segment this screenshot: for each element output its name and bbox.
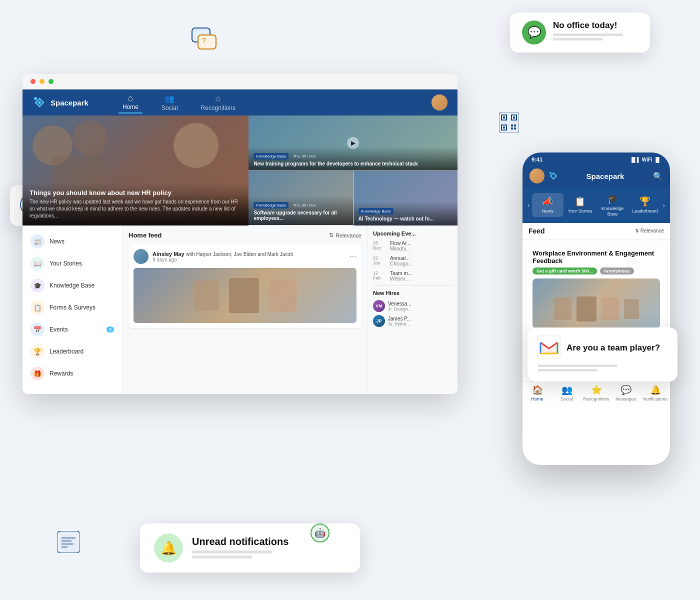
nav-tab-recognitions-label: Recognitions — [201, 104, 236, 112]
hero-card-2[interactable]: Knowledge Base Thu, 9th Nov Software upg… — [248, 171, 353, 226]
nav-tab-home[interactable]: ⌂ Home — [118, 92, 142, 114]
deco-chat-icon: ? — [190, 26, 218, 56]
browser-close-dot[interactable] — [30, 79, 36, 84]
sidebar-item-leaderboard[interactable]: 🏆 Leaderboard — [22, 340, 122, 362]
home-icon: ⌂ — [128, 94, 133, 102]
svg-rect-1 — [198, 35, 216, 49]
sidebar-leaderboard-label: Leaderboard — [50, 348, 84, 355]
deco-code-icon — [58, 531, 80, 555]
hire-2-info: James P... Sr. Pytho... — [388, 316, 411, 326]
feed-area: Home feed ⇅ Relevance Ainsley May with H… — [122, 226, 368, 394]
user-avatar[interactable] — [432, 94, 448, 110]
relevance-label: Relevance — [336, 232, 362, 238]
post-author-name: Ainsley May with Harper Jackson, Joe Bid… — [152, 251, 293, 257]
browser-chrome — [22, 74, 458, 90]
your-stories-icon: 📖 — [30, 256, 44, 270]
sort-icon: ⇅ — [329, 232, 334, 238]
svg-rect-28 — [514, 128, 516, 130]
card-img-inner — [532, 278, 660, 328]
notification-bell-icon: 🔔 — [154, 534, 183, 562]
sidebar-item-forms[interactable]: 📋 Forms & Surveys — [22, 296, 122, 318]
svg-point-5 — [34, 97, 37, 100]
feed-title: Home feed — [128, 232, 162, 239]
sidebar-knowledge-label: Knowledge Base — [50, 282, 94, 289]
hero-bottom-cards: Knowledge Base Thu, 9th Nov Software upg… — [248, 171, 458, 226]
app-name: Spacepark — [50, 98, 88, 107]
new-hires-title: New Hires — [373, 290, 452, 296]
logo-svg — [32, 96, 46, 110]
leaderboard-icon: 🏆 — [30, 344, 44, 358]
office-bar-1 — [553, 34, 623, 36]
hero-card-1-date: Thu, 9th Nov — [293, 154, 316, 158]
relevance-button[interactable]: ⇅ Relevance — [329, 232, 362, 238]
browser-maximize-dot[interactable] — [48, 79, 54, 84]
upcoming-events-title: Upcoming Eve... — [373, 230, 452, 236]
sidebar: 📰 News 📖 Your Stories 🎓 Knowledge Base 📋… — [22, 226, 122, 394]
hero-card-2-date: Thu, 9th Nov — [293, 203, 316, 208]
post-author-info: Ainsley May with Harper Jackson, Joe Bid… — [134, 249, 293, 264]
hero-card-1[interactable]: ▶ Knowledge Base Thu, 9th Nov New traini… — [248, 116, 458, 171]
sidebar-item-news[interactable]: 📰 News — [22, 230, 122, 252]
hire-item-2: JP James P... Sr. Pytho... — [373, 315, 452, 327]
nav-tab-recognitions[interactable]: ☆ Recognitions — [197, 92, 240, 114]
hire-item-1: VM Venessa... Jr. Design... — [373, 300, 452, 312]
hero-card-3[interactable]: Knowledge Base AI Technology — watch out… — [354, 171, 458, 226]
event-item-3: 12Feb Team m... Webex... — [373, 270, 452, 282]
team-card-header: Are you a team player? — [538, 336, 668, 360]
deco-bot-icon: 🤖 — [310, 523, 330, 545]
hero-main-title: Things you should know about new HR poli… — [30, 189, 242, 196]
svg-rect-26 — [514, 124, 516, 126]
main-content: 📰 News 📖 Your Stories 🎓 Knowledge Base 📋… — [22, 226, 458, 394]
post-time: 9 days ago — [152, 257, 293, 262]
hero-overlay: Things you should know about new HR poli… — [22, 183, 248, 226]
social-icon: 👥 — [164, 94, 174, 104]
event-item-1: 28Dec Flow Ar... Miladhi... — [373, 240, 452, 252]
notif-content: Unread notifications — [192, 536, 288, 560]
event-3-info: Team m... Webex... — [390, 270, 412, 282]
hero-card-2-overlay: Knowledge Base Thu, 9th Nov Software upg… — [248, 196, 352, 225]
forms-icon: 📋 — [30, 300, 44, 314]
post-avatar — [134, 249, 148, 264]
message-icon: 💬 — [522, 20, 546, 44]
browser-minimize-dot[interactable] — [40, 79, 44, 84]
hero-card-2-tag: Knowledge Base — [254, 202, 288, 208]
notif-bar-2 — [192, 556, 252, 558]
sidebar-events-label: Events — [50, 326, 68, 333]
post-menu-icon[interactable]: ⋯ — [350, 252, 356, 260]
hero-main[interactable]: Things you should know about new HR poli… — [22, 116, 248, 226]
browser-window: Spacepark ⌂ Home 👥 Social ☆ Recognitions — [22, 74, 458, 394]
post-image — [134, 268, 356, 323]
event-item-2: 02Jan Annual... Chicago... — [373, 256, 452, 266]
right-panel: Upcoming Eve... 28Dec Flow Ar... Miladhi… — [368, 226, 458, 394]
app-navbar: Spacepark ⌂ Home 👥 Social ☆ Recognitions — [22, 90, 458, 116]
sidebar-stories-label: Your Stories — [50, 260, 82, 267]
team-bar-1 — [538, 364, 618, 367]
hero-card-3-title: AI Technology — watch out fo... — [358, 216, 452, 222]
team-card-title-text: Are you a team player? — [566, 343, 660, 353]
sidebar-item-rewards[interactable]: 🎁 Rewards — [22, 362, 122, 384]
mobile-phone: 9:41 ▐▌▌ WiFi ▐▌ Spacepark 🔍 ‹ 📣 News 📋 … — [522, 152, 670, 465]
hero-area: Things you should know about new HR poli… — [22, 116, 458, 226]
hero-card-2-title: Software upgrade necessary for all emplo… — [254, 210, 348, 221]
office-card-title: No office today! — [553, 20, 623, 30]
hero-card-1-overlay: Knowledge Base Thu, 9th Nov New training… — [248, 146, 458, 170]
hero-right-cards: ▶ Knowledge Base Thu, 9th Nov New traini… — [248, 116, 458, 226]
svg-rect-27 — [511, 128, 513, 130]
news-icon: 📰 — [30, 234, 44, 248]
nav-tab-social[interactable]: 👥 Social — [158, 92, 182, 114]
notif-bar-1 — [192, 550, 272, 554]
sidebar-rewards-label: Rewards — [50, 370, 73, 377]
hero-card-1-title: New training programs for the developers… — [254, 161, 452, 166]
sidebar-item-your-stories[interactable]: 📖 Your Stories — [22, 252, 122, 274]
sidebar-item-events[interactable]: 📅 Events 3 — [22, 318, 122, 340]
svg-rect-25 — [511, 124, 513, 126]
post-header: Ainsley May with Harper Jackson, Joe Bid… — [134, 249, 356, 264]
sidebar-item-knowledge-base[interactable]: 🎓 Knowledge Base — [22, 274, 122, 296]
hire-1-avatar: VM — [373, 300, 385, 312]
team-title: Are you a team player? — [566, 343, 660, 353]
event-1-date: 28Dec — [373, 240, 387, 252]
sidebar-news-label: News — [50, 238, 64, 245]
knowledge-base-icon: 🎓 — [30, 278, 44, 292]
hire-1-info: Venessa... Jr. Design... — [388, 301, 412, 312]
hero-card-3-tag: Knowledge Base — [358, 208, 394, 214]
